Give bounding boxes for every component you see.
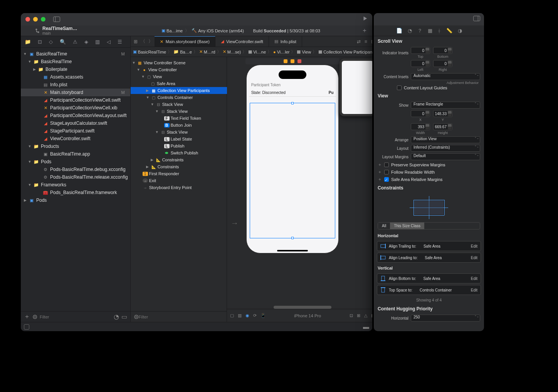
file-inspector-icon[interactable]: 📄 [396, 28, 402, 34]
outline-collection-view[interactable]: ▶▦Collection View Participants [131, 87, 227, 94]
constraint-bottom[interactable]: Align Bottom to: Safe Area Edit [377, 273, 481, 283]
test-navigator-icon[interactable]: ◈ [84, 39, 88, 45]
nav-file-app[interactable]: ▣BasicRealTime.app [21, 150, 130, 158]
inset-left-input[interactable] [411, 60, 430, 67]
forward-button[interactable]: 〉 [147, 38, 155, 45]
preserve-margins-checkbox[interactable] [384, 162, 389, 167]
source-control-branch[interactable]: RealTimeSam… main [35, 26, 77, 35]
debug-navigator-icon[interactable]: ▥ [95, 39, 100, 45]
nav-file-assets[interactable]: ▦Assets.xcassets [21, 73, 130, 81]
debug-view-icon[interactable] [24, 324, 29, 330]
canvas-outline-toggle-icon[interactable]: ▢ [230, 313, 234, 318]
edit-constraint-trailing[interactable]: Edit [471, 244, 477, 248]
grid-icon[interactable]: ⊞ [132, 39, 139, 44]
nav-file-main-storyboard[interactable]: ✕Main.storyboardM [21, 89, 130, 96]
nav-file-layout-swift[interactable]: ◢ParticipantCollectionViewLayout.swift [21, 112, 130, 119]
outline-constraints-outer[interactable]: ▶📐Constraints [131, 163, 227, 170]
layout-select[interactable]: Inferred (Constraints) [411, 145, 480, 152]
adjust-editor-icon[interactable]: ≡ [365, 39, 367, 44]
outline-constraints-inner[interactable]: ▶📐Constraints [131, 156, 227, 163]
attributes-inspector-icon[interactable]: ⟊ [438, 28, 441, 34]
resize-handle-bottom[interactable] [291, 237, 294, 239]
canvas-align-icon[interactable]: ⊡ [350, 313, 353, 318]
hugging-horizontal-select[interactable]: 250 [411, 315, 480, 322]
canvas-pin-icon[interactable]: ⊞ [357, 313, 360, 318]
nav-folder-pods[interactable]: ▼📁Pods [21, 158, 130, 166]
add-file-button[interactable]: ＋ [24, 313, 30, 321]
nav-folder-frameworks[interactable]: ▼📁Frameworks [21, 181, 130, 189]
outline-vc[interactable]: ▼●View Controller [131, 66, 227, 73]
canvas-device-name[interactable]: iPhone 14 Pro [294, 313, 321, 318]
back-button[interactable]: 〈 [139, 38, 147, 45]
constraints-size-class-segment[interactable]: All This Size Class [378, 222, 480, 230]
outline-exit[interactable]: →Exit [131, 177, 227, 184]
help-inspector-icon[interactable]: ？ [417, 27, 422, 34]
outline-entry-point[interactable]: →Storyboard Entry Point [131, 184, 227, 191]
related-items-icon[interactable]: ⇄ [357, 39, 361, 44]
nav-target[interactable]: ▼📁BasicRealTime [21, 58, 130, 65]
canvas-adjust-icon[interactable]: ▥ [238, 313, 242, 318]
outline-safe-area[interactable]: ▢Safe Area [131, 80, 227, 87]
nav-folder-products[interactable]: ▼📁Products [21, 142, 130, 150]
size-inspector-icon[interactable]: 📏 [446, 28, 452, 34]
canvas-device-icon[interactable]: 📱 [261, 313, 266, 318]
nav-file-vc[interactable]: ◢ViewController.swift [21, 135, 130, 142]
outline-scene[interactable]: ▼▦View Controller Scene [131, 59, 227, 66]
inset-bottom-input[interactable] [433, 47, 452, 54]
constraints-diagram[interactable] [406, 196, 452, 219]
outline-switch-publish[interactable]: ⬬Switch Publish [131, 149, 227, 156]
outline-join-button[interactable]: BButton Join [131, 122, 227, 129]
close-window-button[interactable] [25, 17, 30, 22]
nav-file-pod-debug[interactable]: ⚙Pods-BasicRealTime.debug.xcconfig [21, 166, 130, 173]
add-margin-option-2[interactable]: ＋ [378, 169, 382, 175]
canvas-embed-icon[interactable]: ▦ [371, 313, 372, 318]
nav-file-stage-participant[interactable]: ◢StageParticipant.swift [21, 127, 130, 135]
vc-header-bar[interactable] [245, 58, 340, 64]
outline-label-state[interactable]: LLabel State [131, 136, 227, 142]
tab-info-plist[interactable]: ▤Info.plist [269, 36, 302, 47]
edit-constraint-top[interactable]: Edit [471, 288, 477, 292]
arrange-select[interactable]: Position View [411, 136, 480, 143]
nav-file-framework[interactable]: 🧰Pods_BasicRealTime.framework [21, 189, 130, 196]
nav-file-cell-swift[interactable]: ◢ParticipantCollectionViewCell.swift [21, 96, 130, 104]
recent-filter-icon[interactable]: ◔ [114, 313, 119, 320]
find-navigator-icon[interactable]: 🔍 [60, 39, 66, 45]
edit-constraint-leading[interactable]: Edit [471, 256, 477, 260]
debug-area-toggle-icon[interactable]: ▬ [363, 323, 369, 330]
frame-w-input[interactable] [411, 123, 430, 130]
scm-filter-icon[interactable]: ▭ [121, 313, 127, 320]
canvas-zoom-icon[interactable]: ◉ [245, 313, 249, 318]
outline-publish-label[interactable]: LPublish [131, 142, 227, 149]
edit-constraint-bottom[interactable]: Edit [471, 276, 477, 281]
nav-pods-project[interactable]: ▶▣Pods [21, 196, 130, 204]
jump-bar[interactable]: ▣ BasicRealTime〉 📁 Ba…e〉 ✕ M…rd〉 ✕ M…se)… [131, 47, 372, 57]
tab-viewcontroller[interactable]: ◢ViewController.swift [215, 36, 269, 47]
constraint-top[interactable]: Top Space to: Controls Container Edit [377, 285, 481, 295]
constraint-leading[interactable]: Align Leading to: Safe Area Edit [377, 253, 481, 263]
safe-area-margins-checkbox[interactable]: ✓ [384, 177, 389, 182]
tab-main-storyboard[interactable]: ✕Main.storyboard (Base) [155, 36, 215, 47]
activity-view[interactable]: ▣ Ba…ime 〉 🔨 Any iOS Device (arm64) Buil… [133, 28, 349, 34]
resize-handle-top[interactable] [291, 102, 294, 104]
outline-stack-2[interactable]: ▼⊟Stack View [131, 108, 227, 115]
outline-token-field[interactable]: FText Field Token [131, 115, 227, 122]
nav-project-root[interactable]: ▼▣BasicRealTimeM [21, 50, 130, 58]
add-margin-option-1[interactable]: ＋ [378, 162, 382, 168]
issue-navigator-icon[interactable]: ⚠ [73, 39, 77, 45]
outline-stack-3[interactable]: ▼⊟Stack View [131, 129, 227, 136]
connections-inspector-icon[interactable]: ◑ [458, 28, 462, 34]
frame-x-input[interactable] [411, 110, 430, 117]
source-control-navigator-icon[interactable]: ⊡ [38, 39, 42, 45]
canvas-rotate-icon[interactable]: ⟳ [253, 313, 257, 318]
nav-file-pod-release[interactable]: ⚙Pods-BasicRealTime.release.xcconfig [21, 173, 130, 181]
outline-first-responder[interactable]: 1First Responder [131, 170, 227, 177]
content-insets-select[interactable]: Automatic [411, 73, 480, 80]
canvas-minimap[interactable] [340, 59, 372, 116]
content-layout-guides-checkbox[interactable] [397, 85, 402, 90]
run-button[interactable] [362, 16, 368, 23]
inset-right-input[interactable] [433, 60, 452, 67]
outline-controls-container[interactable]: ▼▢Controls Container [131, 94, 227, 101]
project-navigator-icon[interactable]: 📁 [25, 39, 31, 45]
horizontal-scrollbar[interactable] [274, 306, 331, 309]
readable-width-checkbox[interactable] [384, 170, 389, 174]
